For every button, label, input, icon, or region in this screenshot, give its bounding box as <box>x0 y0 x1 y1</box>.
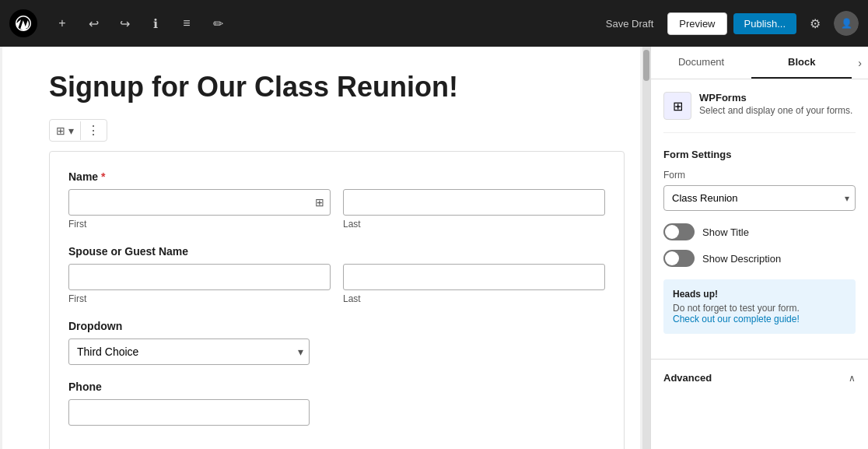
spouse-first-sublabel: First <box>68 293 331 304</box>
toggle-knob-2 <box>665 251 679 265</box>
tab-document[interactable]: Document <box>651 47 751 79</box>
heads-up-title: Heads up! <box>673 289 846 300</box>
settings-button[interactable]: ⚙ <box>803 11 828 36</box>
list-view-button[interactable]: ≡ <box>174 11 199 36</box>
editor-area: Signup for Our Class Reunion! ⊞ ▾ ⋮ Name… <box>0 47 642 449</box>
editor-scrollbar[interactable] <box>642 47 650 449</box>
plugin-name: WPForms <box>699 92 852 103</box>
form-settings-title: Form Settings <box>663 149 856 160</box>
info-button[interactable]: ℹ <box>143 11 168 36</box>
heads-up-link[interactable]: Check out our complete guide! <box>673 314 800 324</box>
form-select[interactable]: Class ReunionContact FormSurvey <box>663 185 856 211</box>
spouse-name-row: First Last <box>68 264 605 304</box>
spouse-name-field-group: Spouse or Guest Name First Last <box>68 245 605 304</box>
edit-button[interactable]: ✏ <box>205 11 230 36</box>
show-description-row: Show Description <box>663 250 856 267</box>
phone-field-group: Phone <box>68 381 605 426</box>
name-field-group: Name * ⊞ First Last <box>68 170 605 230</box>
toggle-knob <box>665 225 679 239</box>
wpforms-text: WPForms Select and display one of your f… <box>699 92 852 120</box>
spouse-last-col: Last <box>343 264 605 304</box>
form-settings-form-label: Form <box>663 170 856 181</box>
form-preview: Name * ⊞ First Last <box>49 151 625 449</box>
name-last-sublabel: Last <box>343 219 605 230</box>
advanced-chevron-icon: ∧ <box>849 373 856 384</box>
show-title-row: Show Title <box>663 223 856 240</box>
form-grid-icon: ⊞ <box>673 99 683 114</box>
show-title-label: Show Title <box>702 226 749 238</box>
name-label: Name * <box>68 170 605 183</box>
avatar: 👤 <box>834 11 859 36</box>
preview-button[interactable]: Preview <box>667 12 726 35</box>
top-bar: + ↩ ↪ ℹ ≡ ✏ Save Draft Preview Publish..… <box>0 0 868 47</box>
undo-button[interactable]: ↩ <box>81 11 106 36</box>
dropdown-label: Dropdown <box>68 320 605 332</box>
advanced-section-header[interactable]: Advanced ∧ <box>663 372 856 384</box>
sidebar-content: ⊞ WPForms Select and display one of your… <box>651 79 868 359</box>
required-star: * <box>101 170 105 183</box>
spouse-last-input[interactable] <box>343 264 605 290</box>
name-first-input-wrapper: ⊞ <box>68 189 331 216</box>
heads-up-text: Do not forget to test your form. Check o… <box>673 303 846 324</box>
form-settings-section: Form Settings Form Class ReunionContact … <box>663 149 856 267</box>
wp-logo[interactable] <box>9 9 37 37</box>
main-layout: Signup for Our Class Reunion! ⊞ ▾ ⋮ Name… <box>0 47 868 449</box>
heads-up-box: Heads up! Do not forget to test your for… <box>663 279 856 334</box>
more-options-button[interactable]: ⋮ <box>81 120 107 141</box>
advanced-section: Advanced ∧ <box>651 359 868 396</box>
block-toolbar: ⊞ ▾ ⋮ <box>49 119 107 142</box>
spouse-first-input[interactable] <box>68 264 331 290</box>
spouse-first-col: First <box>68 264 331 304</box>
dropdown-select[interactable]: Third Choice <box>68 339 310 365</box>
wpforms-icon: ⊞ <box>663 92 691 120</box>
tab-block[interactable]: Block <box>751 47 852 79</box>
scrollbar-thumb <box>643 50 649 81</box>
input-icon: ⊞ <box>315 196 324 209</box>
add-block-button[interactable]: + <box>50 11 75 36</box>
form-select-wrapper: Class ReunionContact FormSurvey ▾ <box>663 185 856 211</box>
plugin-desc: Select and display one of your forms. <box>699 105 852 116</box>
editor-content: Signup for Our Class Reunion! ⊞ ▾ ⋮ Name… <box>2 47 640 449</box>
spouse-last-sublabel: Last <box>343 293 605 304</box>
spouse-name-label: Spouse or Guest Name <box>68 245 605 258</box>
sidebar: Document Block › ⊞ WPForms Select and di… <box>650 47 868 449</box>
name-row: ⊞ First Last <box>68 189 605 230</box>
publish-button[interactable]: Publish... <box>733 13 796 34</box>
show-description-toggle[interactable] <box>663 250 695 267</box>
chevron-down-icon: ▾ <box>68 125 74 137</box>
form-icon: ⊞ <box>56 125 65 137</box>
wpforms-block-info: ⊞ WPForms Select and display one of your… <box>663 92 856 133</box>
page-title: Signup for Our Class Reunion! <box>49 70 625 103</box>
show-title-toggle[interactable] <box>663 223 695 240</box>
show-description-label: Show Description <box>702 253 781 265</box>
name-last-input[interactable] <box>343 189 605 216</box>
name-first-sublabel: First <box>68 219 331 230</box>
dropdown-field-group: Dropdown Third Choice ▾ <box>68 320 605 365</box>
sidebar-tabs: Document Block › <box>651 47 868 79</box>
redo-button[interactable]: ↪ <box>112 11 137 36</box>
phone-label: Phone <box>68 381 605 393</box>
user-avatar-button[interactable]: 👤 <box>834 11 859 36</box>
name-first-col: ⊞ First <box>68 189 331 230</box>
save-draft-button[interactable]: Save Draft <box>598 13 661 34</box>
advanced-title: Advanced <box>663 372 712 384</box>
phone-input[interactable] <box>68 399 310 426</box>
sidebar-collapse-button[interactable]: › <box>852 47 868 79</box>
block-toolbar-left[interactable]: ⊞ ▾ <box>50 121 81 140</box>
name-last-col: Last <box>343 189 605 230</box>
name-first-input[interactable] <box>68 189 331 216</box>
